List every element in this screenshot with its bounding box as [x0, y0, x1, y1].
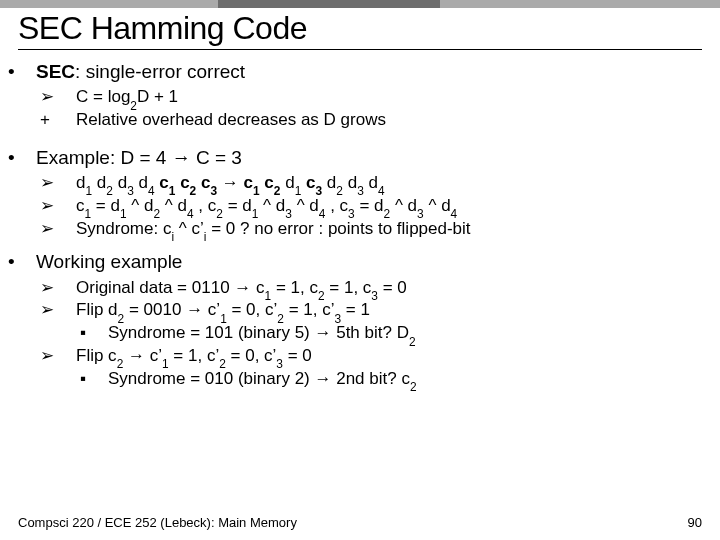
t: = d: [355, 196, 384, 215]
bullet-syn2: ▪Syndrome = 010 (binary 2) → 2nd bit? c2: [94, 368, 702, 390]
ex-b: C = 3: [191, 147, 242, 168]
c: c: [159, 173, 168, 192]
footer: Compsci 220 / ECE 252 (Lebeck): Main Mem…: [18, 515, 702, 530]
s: 2: [318, 289, 325, 303]
eq-sub: 2: [130, 99, 137, 113]
t: = 0, c’: [226, 346, 277, 365]
s: 3: [285, 207, 292, 221]
t: Original data = 0110: [76, 278, 234, 297]
t: = d: [223, 196, 252, 215]
c: c: [180, 173, 189, 192]
bullet-flip-c2: ➢Flip c2 → c’1 = 1, c’2 = 0, c’3 = 0: [58, 345, 702, 367]
sec-strong: SEC: [36, 61, 75, 82]
s: 4: [187, 207, 194, 221]
s: 3: [417, 207, 424, 221]
t: c’: [145, 346, 162, 365]
top-ribbon: [218, 0, 440, 8]
s: 2: [216, 207, 223, 221]
t: = 1: [341, 300, 370, 319]
t: Flip d: [76, 300, 118, 319]
bullet-example: •Example: D = 4 → C = 3: [24, 146, 702, 170]
t: c: [251, 278, 264, 297]
c: c: [244, 173, 253, 192]
s: 3: [127, 184, 134, 198]
s: 2: [409, 335, 416, 349]
d: d: [369, 173, 378, 192]
plus-icon: +: [58, 109, 76, 131]
s: 4: [148, 184, 155, 198]
bullet-working: •Working example: [24, 250, 702, 274]
s: 2: [153, 207, 160, 221]
s: 1: [169, 184, 176, 198]
s: 2: [219, 357, 226, 371]
s: 4: [378, 184, 385, 198]
s: 1: [265, 289, 272, 303]
t: Syndrome = 101 (binary 5): [108, 323, 314, 342]
spacer: [18, 240, 702, 246]
work-heading: Working example: [36, 251, 182, 272]
square-icon: ▪: [94, 368, 108, 390]
t: = 1, c: [325, 278, 372, 297]
t: ^ d: [390, 196, 417, 215]
slide: SEC Hamming Code •SEC: single-error corr…: [0, 0, 720, 540]
dot-icon: •: [22, 146, 36, 170]
t: ^ d: [292, 196, 319, 215]
bullet-syn1: ▪Syndrome = 101 (binary 5) → 5th bit? D2: [94, 322, 702, 344]
t: = 0: [378, 278, 407, 297]
t: c’: [203, 300, 220, 319]
s: 3: [276, 357, 283, 371]
s: 4: [451, 207, 458, 221]
eq-b: D + 1: [137, 87, 178, 106]
dot-icon: •: [22, 60, 36, 84]
s: 2: [274, 184, 281, 198]
triangle-icon: ➢: [58, 277, 76, 299]
t: Syndrome: c: [76, 219, 171, 238]
t: Syndrome = 010 (binary 2): [108, 369, 314, 388]
s: 2: [106, 184, 113, 198]
t: = 1, c’: [169, 346, 220, 365]
t: 5th bit? D: [331, 323, 409, 342]
s: 3: [371, 289, 378, 303]
arrow-icon: →: [128, 346, 145, 365]
title-rule: [18, 49, 702, 50]
s: 1: [120, 207, 127, 221]
t: , c: [194, 196, 217, 215]
d: d: [138, 173, 147, 192]
dot-icon: •: [22, 250, 36, 274]
s: 3: [335, 312, 342, 326]
s: i: [171, 230, 174, 244]
t: , c: [325, 196, 348, 215]
bullet-sec-eq: ➢C = log2D + 1: [58, 86, 702, 108]
t: ^ d: [424, 196, 451, 215]
d: d: [348, 173, 357, 192]
arrow-icon: →: [314, 369, 331, 388]
t: ^ c’: [174, 219, 204, 238]
s: 2: [277, 312, 284, 326]
triangle-icon: ➢: [58, 172, 76, 194]
s: 1: [85, 207, 92, 221]
t: c: [76, 196, 85, 215]
t: = 0, c’: [227, 300, 278, 319]
arrow-icon: →: [186, 300, 203, 319]
t: = d: [91, 196, 120, 215]
bullet-sec: •SEC: single-error correct: [24, 60, 702, 84]
bullet-bit-sequence: ➢d1 d2 d3 d4 c1 c2 c3 → c1 c2 d1 c3 d2 d…: [58, 172, 702, 194]
arrow-icon: →: [222, 173, 239, 192]
sec-rest: : single-error correct: [75, 61, 245, 82]
d: d: [327, 173, 336, 192]
eq-a: C = log: [76, 87, 130, 106]
s: 1: [85, 184, 92, 198]
triangle-icon: ➢: [58, 86, 76, 108]
s: 2: [384, 207, 391, 221]
arrow-icon: →: [234, 278, 251, 297]
t: 2nd bit? c: [331, 369, 409, 388]
s: 2: [117, 357, 124, 371]
s: 1: [220, 312, 227, 326]
s: 3: [357, 184, 364, 198]
t: = 1, c: [271, 278, 318, 297]
s: 3: [315, 184, 322, 198]
arrow-icon: →: [314, 323, 331, 342]
triangle-icon: ➢: [58, 218, 76, 240]
s: 1: [295, 184, 302, 198]
bullet-sec-plus: + Relative overhead decreases as D grows: [58, 109, 702, 131]
